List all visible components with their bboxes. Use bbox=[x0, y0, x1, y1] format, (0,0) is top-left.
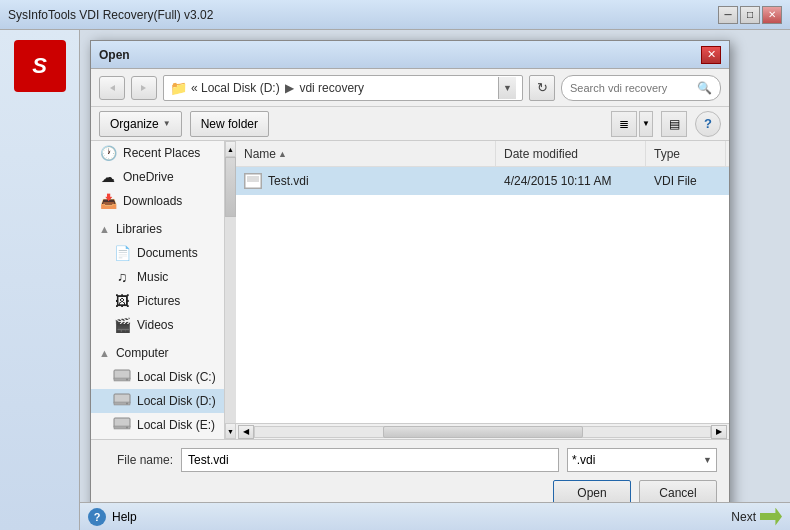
maximize-button[interactable]: □ bbox=[740, 6, 760, 24]
organize-dropdown-arrow: ▼ bbox=[163, 119, 171, 128]
column-type[interactable]: Type bbox=[646, 141, 726, 166]
music-icon: ♫ bbox=[113, 269, 131, 285]
file-row[interactable]: Test.vdi 4/24/2015 10:11 AM VDI File bbox=[236, 167, 729, 195]
address-folder-icon: 📁 bbox=[170, 80, 187, 96]
computer-header: ▲ Computer bbox=[91, 341, 224, 365]
next-arrow-icon bbox=[760, 508, 782, 526]
refresh-button[interactable]: ↻ bbox=[529, 75, 555, 101]
nav-item-local-disk-e[interactable]: Local Disk (E:) bbox=[91, 413, 224, 437]
nav-item-videos[interactable]: 🎬 Videos bbox=[91, 313, 224, 337]
footer-row-filename: File name: *.vdi ▼ bbox=[103, 448, 717, 472]
app-sidebar: S bbox=[0, 30, 80, 530]
column-date[interactable]: Date modified bbox=[496, 141, 646, 166]
search-icon: 🔍 bbox=[697, 81, 712, 95]
column-name[interactable]: Name ▲ bbox=[236, 141, 496, 166]
filename-label: File name: bbox=[103, 453, 173, 467]
local-disk-d-icon bbox=[113, 393, 131, 410]
nav-panel-wrapper: 🕐 Recent Places ☁ OneDrive 📥 bbox=[91, 141, 236, 439]
nav-item-local-disk-d[interactable]: Local Disk (D:) bbox=[91, 389, 224, 413]
address-box[interactable]: 📁 « Local Disk (D:) ▶ vdi recovery ▼ bbox=[163, 75, 523, 101]
view-toggle-button[interactable]: ≣ bbox=[611, 111, 637, 137]
view-buttons: ≣ ▼ bbox=[611, 111, 653, 137]
status-help: ? Help bbox=[88, 508, 137, 526]
titlebar-controls: ─ □ ✕ bbox=[718, 6, 782, 24]
file-icon bbox=[244, 173, 262, 189]
app-statusbar: ? Help Next bbox=[80, 502, 790, 530]
details-view-button[interactable]: ▤ bbox=[661, 111, 687, 137]
dialog-addressbar: 📁 « Local Disk (D:) ▶ vdi recovery ▼ ↻ � bbox=[91, 69, 729, 107]
hscroll-left-button[interactable]: ◀ bbox=[238, 425, 254, 439]
sort-arrow: ▲ bbox=[278, 149, 287, 159]
pictures-icon: 🖼 bbox=[113, 293, 131, 309]
recent-places-icon: 🕐 bbox=[99, 145, 117, 161]
nav-scroll-thumb[interactable] bbox=[225, 157, 236, 217]
view-dropdown-button[interactable]: ▼ bbox=[639, 111, 653, 137]
open-dialog: Open ✕ 📁 « Lo bbox=[90, 40, 730, 520]
address-path: « Local Disk (D:) ▶ vdi recovery bbox=[191, 81, 494, 95]
dialog-overlay: Open ✕ 📁 « Lo bbox=[80, 30, 790, 530]
nav-section-favorites: 🕐 Recent Places ☁ OneDrive 📥 bbox=[91, 141, 224, 213]
app-close-button[interactable]: ✕ bbox=[762, 6, 782, 24]
organize-button[interactable]: Organize ▼ bbox=[99, 111, 182, 137]
nav-scroll-down-button[interactable]: ▼ bbox=[225, 423, 236, 439]
hscroll-right-button[interactable]: ▶ bbox=[711, 425, 727, 439]
minimize-button[interactable]: ─ bbox=[718, 6, 738, 24]
app-main: Dy... File I... Open ✕ bbox=[80, 30, 790, 530]
hscroll-thumb[interactable] bbox=[383, 426, 583, 438]
back-button[interactable] bbox=[99, 76, 125, 100]
nav-section-libraries: ▲ Libraries 📄 Documents ♫ bbox=[91, 217, 224, 337]
local-disk-e-icon bbox=[113, 417, 131, 434]
svg-point-10 bbox=[126, 426, 128, 428]
dialog-titlebar: Open ✕ bbox=[91, 41, 729, 69]
nav-section-computer: ▲ Computer Local Disk (C:) bbox=[91, 341, 224, 437]
nav-item-onedrive[interactable]: ☁ OneDrive bbox=[91, 165, 224, 189]
onedrive-icon: ☁ bbox=[99, 169, 117, 185]
nav-item-downloads[interactable]: 📥 Downloads bbox=[91, 189, 224, 213]
app-content: S Dy... File I... Open ✕ bbox=[0, 30, 790, 530]
documents-icon: 📄 bbox=[113, 245, 131, 261]
nav-item-music[interactable]: ♫ Music bbox=[91, 265, 224, 289]
file-list-header: Name ▲ Date modified Type bbox=[236, 141, 729, 167]
svg-point-4 bbox=[126, 378, 128, 380]
dialog-body: 🕐 Recent Places ☁ OneDrive 📥 bbox=[91, 141, 729, 439]
svg-marker-0 bbox=[110, 85, 115, 91]
search-input[interactable] bbox=[570, 82, 693, 94]
downloads-icon: 📥 bbox=[99, 193, 117, 209]
hscroll-bar: ◀ ▶ bbox=[236, 423, 729, 439]
help-label: Help bbox=[112, 510, 137, 524]
nav-item-documents[interactable]: 📄 Documents bbox=[91, 241, 224, 265]
new-folder-button[interactable]: New folder bbox=[190, 111, 269, 137]
next-button[interactable]: Next bbox=[731, 508, 782, 526]
app-window: SysInfoTools VDI Recovery(Full) v3.02 ─ … bbox=[0, 0, 790, 530]
dialog-close-button[interactable]: ✕ bbox=[701, 46, 721, 64]
svg-point-7 bbox=[126, 402, 128, 404]
address-dropdown-button[interactable]: ▼ bbox=[498, 77, 516, 99]
nav-item-recent-places[interactable]: 🕐 Recent Places bbox=[91, 141, 224, 165]
nav-item-pictures[interactable]: 🖼 Pictures bbox=[91, 289, 224, 313]
local-disk-c-icon bbox=[113, 369, 131, 386]
file-panel: Name ▲ Date modified Type bbox=[236, 141, 729, 439]
nav-scroll-up-button[interactable]: ▲ bbox=[225, 141, 236, 157]
dialog-title: Open bbox=[99, 48, 130, 62]
filename-input[interactable] bbox=[181, 448, 559, 472]
dialog-toolbar: Organize ▼ New folder ≣ ▼ ▤ ? bbox=[91, 107, 729, 141]
filetype-dropdown-arrow: ▼ bbox=[703, 455, 712, 465]
videos-icon: 🎬 bbox=[113, 317, 131, 333]
search-box[interactable]: 🔍 bbox=[561, 75, 721, 101]
file-name-cell: Test.vdi bbox=[236, 167, 496, 195]
hscroll-track bbox=[254, 426, 711, 438]
nav-item-local-disk-c[interactable]: Local Disk (C:) bbox=[91, 365, 224, 389]
app-logo: S bbox=[14, 40, 66, 92]
next-label: Next bbox=[731, 510, 756, 524]
libraries-header: ▲ Libraries bbox=[91, 217, 224, 241]
dialog-help-button[interactable]: ? bbox=[695, 111, 721, 137]
filetype-select[interactable]: *.vdi ▼ bbox=[567, 448, 717, 472]
file-date-cell: 4/24/2015 10:11 AM bbox=[496, 167, 646, 195]
help-icon[interactable]: ? bbox=[88, 508, 106, 526]
svg-marker-1 bbox=[141, 85, 146, 91]
file-type-cell: VDI File bbox=[646, 167, 726, 195]
app-titlebar: SysInfoTools VDI Recovery(Full) v3.02 ─ … bbox=[0, 0, 790, 30]
forward-button[interactable] bbox=[131, 76, 157, 100]
file-list: Test.vdi 4/24/2015 10:11 AM VDI File bbox=[236, 167, 729, 423]
nav-scrollbar[interactable]: ▲ ▼ bbox=[224, 141, 236, 439]
